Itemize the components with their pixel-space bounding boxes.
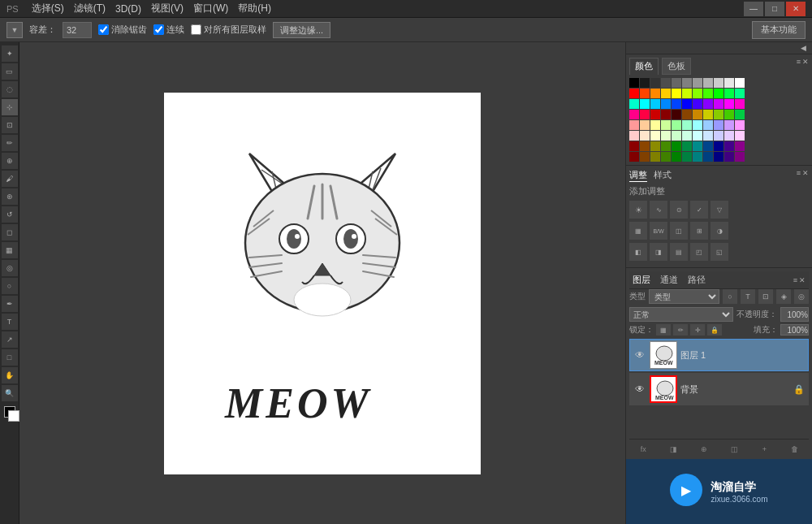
tolerance-input[interactable] bbox=[63, 22, 92, 38]
color-swatch[interactable] bbox=[693, 152, 702, 162]
color-swatch[interactable] bbox=[724, 78, 734, 88]
contiguous-checkbox[interactable] bbox=[153, 24, 164, 35]
eyedropper-tool[interactable]: ✏ bbox=[2, 135, 18, 151]
zoom-tool[interactable]: 🔍 bbox=[2, 385, 18, 401]
background-visibility-toggle[interactable]: 👁 bbox=[633, 383, 646, 396]
color-swatch[interactable] bbox=[693, 99, 702, 109]
selective-color-adj[interactable]: ◰ bbox=[690, 243, 708, 261]
invert-adj[interactable]: ◑ bbox=[710, 222, 728, 240]
lock-position-btn[interactable]: ✛ bbox=[690, 324, 705, 336]
color-swatch[interactable] bbox=[682, 78, 692, 88]
layer-filter-btn1[interactable]: ○ bbox=[723, 289, 737, 304]
color-swatch[interactable] bbox=[629, 99, 639, 109]
blur-tool[interactable]: ◎ bbox=[2, 260, 18, 276]
opacity-input[interactable] bbox=[780, 307, 809, 322]
shape-tool[interactable]: □ bbox=[2, 349, 18, 366]
color-swatch[interactable] bbox=[703, 120, 713, 130]
color-swatch[interactable] bbox=[629, 152, 639, 162]
layer1-visibility-toggle[interactable]: 👁 bbox=[633, 349, 646, 362]
tab-swatches[interactable]: 色板 bbox=[662, 58, 691, 75]
color-swatch[interactable] bbox=[703, 110, 713, 119]
panel-collapse-icon[interactable]: ◀ bbox=[797, 44, 809, 52]
color-swatch[interactable] bbox=[724, 141, 734, 151]
crop-tool[interactable]: ⊡ bbox=[2, 117, 18, 133]
lock-all-btn[interactable]: 🔒 bbox=[707, 324, 722, 336]
color-swatch[interactable] bbox=[672, 152, 681, 162]
posterize-adj[interactable]: ◧ bbox=[629, 243, 647, 261]
color-swatch[interactable] bbox=[693, 120, 702, 130]
color-swatch[interactable] bbox=[714, 89, 723, 98]
color-swatch[interactable] bbox=[703, 141, 713, 151]
color-swatch[interactable] bbox=[724, 89, 734, 98]
color-swatch[interactable] bbox=[714, 99, 723, 109]
close-button[interactable]: ✕ bbox=[786, 2, 806, 16]
color-swatch[interactable] bbox=[714, 141, 723, 151]
tab-adjustments[interactable]: 调整 bbox=[629, 169, 647, 182]
color-swatch[interactable] bbox=[672, 120, 681, 130]
anti-alias-label[interactable]: 消除锯齿 bbox=[98, 24, 147, 36]
delete-layer-btn[interactable]: 🗑 bbox=[781, 443, 809, 456]
layer-item-layer1[interactable]: 👁 MEOW 图层 1 bbox=[629, 339, 809, 371]
new-group-btn[interactable]: ◫ bbox=[720, 443, 748, 456]
color-swatch[interactable] bbox=[724, 110, 734, 119]
color-swatch[interactable] bbox=[682, 89, 692, 98]
marquee-tool[interactable]: ▭ bbox=[2, 63, 18, 80]
color-swatch[interactable] bbox=[703, 78, 713, 88]
layer-filter-toggle[interactable]: ◎ bbox=[794, 289, 809, 304]
color-swatch[interactable] bbox=[650, 141, 660, 151]
new-layer-btn[interactable]: + bbox=[750, 443, 778, 456]
photo-filter-adj[interactable]: ◫ bbox=[670, 222, 688, 240]
blend-mode-select[interactable]: 正常 bbox=[629, 307, 733, 322]
curves-adj[interactable]: ∿ bbox=[650, 201, 667, 219]
anti-alias-checkbox[interactable] bbox=[98, 24, 109, 35]
color-swatch[interactable] bbox=[735, 141, 745, 151]
tab-color[interactable]: 颜色 bbox=[629, 58, 659, 75]
color-swatch[interactable] bbox=[650, 78, 660, 88]
color-swatch[interactable] bbox=[672, 141, 681, 151]
dodge-tool[interactable]: ○ bbox=[2, 278, 18, 294]
menu-item-filter[interactable]: 滤镜(T) bbox=[74, 2, 106, 15]
tab-styles[interactable]: 样式 bbox=[654, 169, 672, 182]
color-swatch[interactable] bbox=[682, 131, 692, 141]
color-swatch[interactable] bbox=[640, 89, 650, 98]
color-swatch[interactable] bbox=[650, 152, 660, 162]
color-swatch[interactable] bbox=[703, 89, 713, 98]
brightness-adj[interactable]: ☀ bbox=[629, 201, 647, 219]
lasso-tool[interactable]: ◌ bbox=[2, 81, 18, 97]
clone-tool[interactable]: ⊛ bbox=[2, 188, 18, 205]
color-swatch[interactable] bbox=[724, 152, 734, 162]
color-swatch[interactable] bbox=[693, 141, 702, 151]
color-swatch[interactable] bbox=[735, 152, 745, 162]
color-swatch[interactable] bbox=[724, 99, 734, 109]
color-swatch[interactable] bbox=[693, 131, 702, 141]
color-swatch[interactable] bbox=[714, 131, 723, 141]
layer-filter-btn3[interactable]: ⊡ bbox=[758, 289, 773, 304]
color-swatch[interactable] bbox=[703, 131, 713, 141]
color-swatch[interactable] bbox=[703, 152, 713, 162]
color-swatch[interactable] bbox=[650, 120, 660, 130]
color-swatch[interactable] bbox=[661, 120, 671, 130]
color-swatch[interactable] bbox=[629, 78, 639, 88]
color-swatch[interactable] bbox=[640, 120, 650, 130]
color-swatch[interactable] bbox=[650, 89, 660, 98]
move-tool[interactable]: ✦ bbox=[2, 45, 18, 62]
layer-item-background[interactable]: 👁 MEOW 背景 🔒 bbox=[629, 373, 809, 405]
layer-filter-btn4[interactable]: ◈ bbox=[776, 289, 791, 304]
exposure-adj[interactable]: ⊙ bbox=[670, 201, 688, 219]
color-swatch[interactable] bbox=[735, 89, 745, 98]
color-swatch[interactable] bbox=[661, 99, 671, 109]
fill-input[interactable] bbox=[780, 324, 809, 336]
tab-paths[interactable]: 路径 bbox=[688, 274, 706, 286]
menu-item-help[interactable]: 帮助(H) bbox=[238, 2, 271, 15]
gradient-map-adj[interactable]: ▤ bbox=[670, 243, 688, 261]
color-swatch[interactable] bbox=[735, 99, 745, 109]
color-swatch[interactable] bbox=[735, 120, 745, 130]
lock-pixels-btn[interactable]: ✏ bbox=[673, 324, 688, 336]
color-swatch[interactable] bbox=[640, 78, 650, 88]
color-swatch[interactable] bbox=[661, 152, 671, 162]
levels-adj[interactable]: ◱ bbox=[710, 243, 728, 261]
color-swatch[interactable] bbox=[629, 141, 639, 151]
color-swatch[interactable] bbox=[672, 131, 681, 141]
color-swatch[interactable] bbox=[661, 131, 671, 141]
color-swatch[interactable] bbox=[661, 78, 671, 88]
